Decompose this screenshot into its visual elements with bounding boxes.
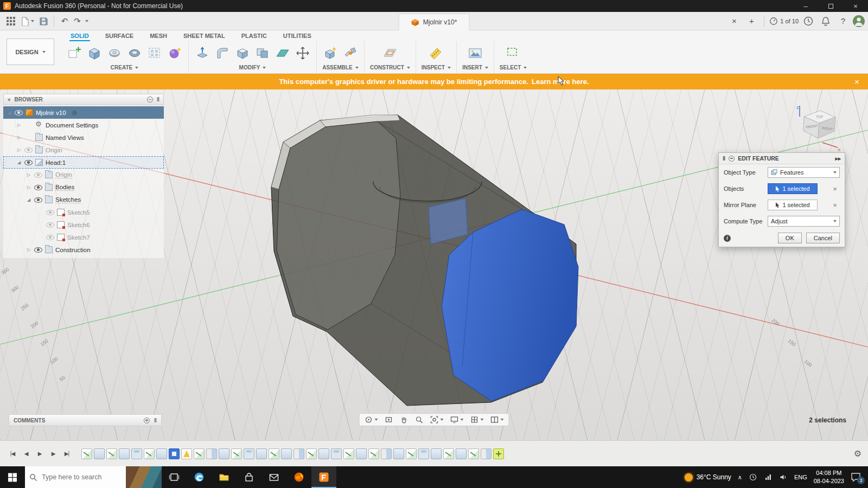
- visibility-eye-icon[interactable]: [24, 160, 33, 165]
- timeline-feature-icon[interactable]: [156, 448, 167, 459]
- collapse-all-icon[interactable]: [147, 97, 153, 102]
- dismiss-banner-button[interactable]: ×: [854, 77, 859, 86]
- user-avatar[interactable]: [853, 15, 865, 27]
- volume-icon[interactable]: [779, 473, 788, 481]
- pattern-icon[interactable]: [146, 45, 163, 61]
- expander-icon[interactable]: ▷: [16, 147, 22, 152]
- browser-row[interactable]: ▷ Origin: [3, 169, 164, 181]
- expander-icon[interactable]: ▷: [26, 247, 31, 252]
- network-icon[interactable]: [764, 473, 773, 481]
- browser-row[interactable]: ◢ Mjolnir v10: [3, 106, 164, 119]
- pan-icon[interactable]: [397, 414, 412, 426]
- timeline-feature-icon[interactable]: [318, 448, 329, 459]
- ok-button[interactable]: OK: [778, 233, 802, 243]
- recent-activity-icon[interactable]: [801, 14, 816, 28]
- timeline-feature-icon[interactable]: [368, 448, 379, 459]
- search-input[interactable]: [42, 473, 126, 481]
- browser-row[interactable]: Sketch7: [3, 231, 164, 243]
- zoom-icon[interactable]: [412, 414, 427, 426]
- expander-icon[interactable]: ◢: [7, 110, 12, 115]
- compute-type-dropdown[interactable]: Adjust: [768, 216, 840, 227]
- tray-clock-icon[interactable]: [749, 473, 757, 481]
- assemble-menu[interactable]: ASSEMBLE: [322, 64, 359, 73]
- redo-button[interactable]: ↷: [72, 14, 90, 28]
- offset-face-icon[interactable]: [275, 45, 291, 61]
- ribbon-tab[interactable]: MESH: [149, 32, 168, 41]
- timeline-feature-icon[interactable]: [269, 448, 279, 459]
- look-at-icon[interactable]: [381, 414, 397, 426]
- timeline-feature-icon[interactable]: [106, 448, 117, 459]
- expander-icon[interactable]: ▷: [26, 185, 31, 190]
- visibility-eye-icon[interactable]: [34, 172, 42, 178]
- timeline-playback-button[interactable]: |◀: [7, 448, 18, 459]
- timeline-feature-icon[interactable]: [406, 448, 417, 459]
- orbit-icon[interactable]: [361, 414, 381, 426]
- timeline-playback-button[interactable]: ▶|: [61, 448, 73, 459]
- timeline-feature-icon[interactable]: [468, 448, 479, 459]
- input-language[interactable]: ENG: [794, 474, 807, 480]
- create-form-icon[interactable]: [167, 45, 183, 61]
- close-tab-button[interactable]: ×: [726, 14, 742, 28]
- weather-widget[interactable]: 36°C Sunny: [685, 473, 731, 481]
- timeline-feature-icon[interactable]: [493, 448, 504, 459]
- expand-comments-icon[interactable]: [144, 418, 150, 423]
- fit-icon[interactable]: [427, 414, 447, 426]
- expander-icon[interactable]: ▷: [26, 172, 31, 177]
- insert-menu[interactable]: INSERT: [462, 64, 488, 73]
- timeline-feature-icon[interactable]: [194, 448, 205, 459]
- object-type-dropdown[interactable]: Features: [768, 167, 840, 178]
- create-sketch-icon[interactable]: [66, 45, 82, 61]
- select-icon[interactable]: [505, 45, 521, 61]
- browser-row[interactable]: ▷ Construction: [3, 243, 164, 256]
- combine-icon[interactable]: [254, 45, 271, 61]
- file-explorer-icon[interactable]: [212, 466, 237, 488]
- visibility-eye-icon[interactable]: [15, 110, 23, 115]
- job-status[interactable]: 1 of 10: [769, 17, 799, 25]
- dialog-grip-icon[interactable]: ‖: [723, 155, 725, 162]
- timeline-feature-icon[interactable]: [231, 448, 242, 459]
- viewport[interactable]: 350 300 250 200 150 100 50 200 150 100: [0, 89, 868, 440]
- start-button[interactable]: [0, 466, 25, 488]
- panel-grip-icon[interactable]: ‖: [154, 418, 157, 423]
- browser-row[interactable]: ◢ Sketches: [3, 194, 164, 206]
- action-center-icon[interactable]: 3: [851, 472, 861, 482]
- visibility-eye-icon[interactable]: [34, 247, 42, 253]
- timeline-feature-icon[interactable]: [244, 448, 254, 459]
- timeline-feature-icon[interactable]: [331, 448, 342, 459]
- firefox-icon[interactable]: [286, 466, 311, 488]
- app-grid-icon[interactable]: [3, 14, 18, 28]
- timeline-feature-icon[interactable]: [418, 448, 429, 459]
- grid-settings-icon[interactable]: [467, 414, 487, 426]
- dialog-collapse-icon[interactable]: [729, 156, 735, 162]
- task-view-button[interactable]: [162, 466, 187, 488]
- select-menu[interactable]: SELECT: [500, 64, 527, 73]
- browser-row[interactable]: ◢ Head:1: [3, 156, 164, 169]
- timeline-feature-icon[interactable]: [81, 448, 92, 459]
- timeline-feature-icon[interactable]: [456, 448, 467, 459]
- timeline-feature-icon[interactable]: [381, 448, 392, 459]
- expander-icon[interactable]: ▷: [16, 123, 22, 127]
- timeline-feature-icon[interactable]: [393, 448, 404, 459]
- edge-icon[interactable]: [187, 466, 212, 488]
- search-box-image[interactable]: [126, 466, 162, 488]
- timeline-feature-icon[interactable]: [181, 448, 192, 459]
- visibility-eye-icon[interactable]: [46, 222, 54, 228]
- timeline-playback-button[interactable]: ◀: [20, 448, 32, 459]
- save-button[interactable]: [36, 14, 51, 28]
- timeline-playback-button[interactable]: ▶: [34, 448, 46, 459]
- timeline-playback-button[interactable]: ▶: [47, 448, 59, 459]
- expander-icon[interactable]: ▷: [16, 135, 22, 140]
- viewports-icon[interactable]: [487, 414, 507, 426]
- collapse-panel-icon[interactable]: «: [8, 97, 11, 102]
- browser-header[interactable]: « BROWSER ‖: [3, 94, 164, 105]
- timeline-feature-icon[interactable]: [144, 448, 155, 459]
- fillet-icon[interactable]: [214, 45, 231, 61]
- browser-row[interactable]: ▷ Named Views: [3, 131, 164, 144]
- timeline-feature-icon[interactable]: [431, 448, 442, 459]
- timeline-feature-icon[interactable]: [306, 448, 317, 459]
- torus-icon[interactable]: [126, 45, 143, 61]
- inspect-menu[interactable]: INSPECT: [422, 64, 451, 73]
- ribbon-tab[interactable]: SHEET METAL: [182, 32, 226, 41]
- timeline-feature-icon[interactable]: [281, 448, 292, 459]
- undo-button[interactable]: ↶: [57, 14, 72, 28]
